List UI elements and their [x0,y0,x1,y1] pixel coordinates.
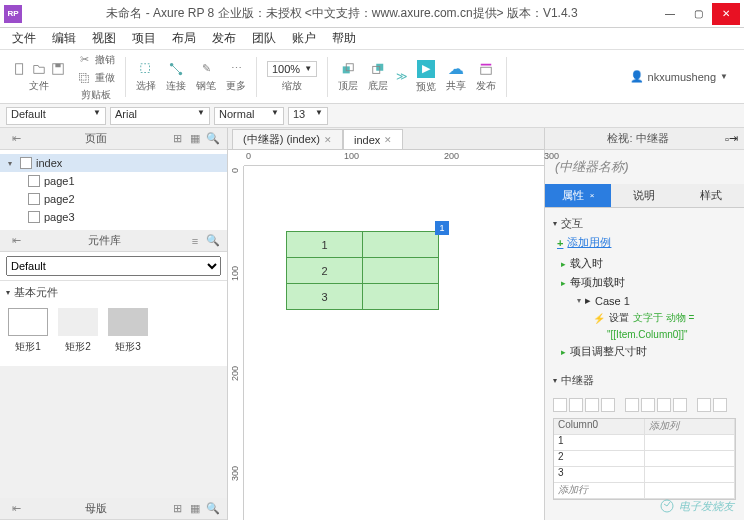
add-folder-icon[interactable]: ▦ [187,131,203,147]
page-icon [28,211,40,223]
tree-node-page1[interactable]: page1 [0,172,227,190]
size-select[interactable]: 13 ▼ [288,107,328,125]
close-button[interactable]: ✕ [712,3,740,25]
ds-btn[interactable] [601,398,615,412]
search-icon[interactable]: 🔍 [205,501,221,517]
chevron-down-icon[interactable]: ▾ [553,219,557,228]
tab-notes[interactable]: 说明 [611,184,677,207]
ds-btn[interactable] [641,398,655,412]
tree-node-page2[interactable]: page2 [0,190,227,208]
toolbar-publish-group[interactable]: 发布 [472,61,500,93]
user-menu[interactable]: 👤 nkxumusheng ▼ [630,70,736,83]
dataset-add-row[interactable]: 添加行 [554,483,645,499]
repeater-cell[interactable] [363,232,439,258]
zoom-input[interactable]: 100%▼ [267,61,317,77]
menu-publish[interactable]: 发布 [206,28,242,49]
menu-layout[interactable]: 布局 [166,28,202,49]
toolbar-bottom-group[interactable]: 底层 [364,61,392,93]
dataset-add-col[interactable]: 添加列 [645,419,736,435]
close-icon[interactable]: ✕ [384,135,392,145]
add-page-icon[interactable]: ⊞ [169,131,185,147]
repeater-cell[interactable] [363,258,439,284]
menu-team[interactable]: 团队 [246,28,282,49]
redo-button[interactable]: 重做 [95,71,115,85]
repeater-cell[interactable]: 1 [287,232,363,258]
chevron-down-icon[interactable]: ▾ [6,288,10,297]
lib-menu-icon[interactable]: ≡ [187,233,203,249]
panel-collapse-icon[interactable]: ⇤ [8,501,24,517]
shape-rect3[interactable]: 矩形3 [108,308,148,354]
menu-account[interactable]: 账户 [286,28,322,49]
panel-collapse-icon[interactable]: ⇤ [8,131,24,147]
weight-select[interactable]: Normal ▼ [214,107,284,125]
close-icon[interactable]: ✕ [324,135,332,145]
event-onload[interactable]: ▸载入时 [561,254,736,273]
repeater-cell[interactable]: 2 [287,258,363,284]
copy-icon[interactable]: ⿻ [76,70,92,86]
add-case-link[interactable]: +添加用例 [557,235,736,250]
tree-node-index[interactable]: ▾ index [0,154,227,172]
dataset-col-header[interactable]: Column0 [554,419,645,435]
font-select[interactable]: Arial ▼ [110,107,210,125]
ds-btn[interactable] [657,398,671,412]
shape-rect2[interactable]: 矩形2 [58,308,98,354]
undo-button[interactable]: 撤销 [95,53,115,67]
menu-view[interactable]: 视图 [86,28,122,49]
event-onitemload[interactable]: ▸每项加载时 [561,273,736,292]
ds-btn[interactable] [553,398,567,412]
canvas[interactable]: 1 1 2 3 [244,166,544,520]
tree-expand-icon[interactable]: ▾ [8,159,16,168]
toolbar-next-icon[interactable]: ≫ [394,69,410,85]
ds-btn[interactable] [625,398,639,412]
toolbar-connect-group[interactable]: 连接 [162,61,190,93]
maximize-button[interactable]: ▢ [684,3,712,25]
cut-icon[interactable]: ✂ [76,52,92,68]
menu-edit[interactable]: 编辑 [46,28,82,49]
case-1[interactable]: ▾▸Case 1 [577,292,736,309]
dataset-cell[interactable]: 2 [554,451,645,467]
tab-style[interactable]: 样式 [678,184,744,207]
style-select[interactable]: Default ▼ [6,107,106,125]
tree-expand-icon[interactable]: ▾ [577,296,581,305]
ruler-vertical: 0 100 200 300 [228,166,244,520]
new-icon[interactable] [12,61,28,77]
add-folder-icon[interactable]: ▦ [187,501,203,517]
ds-btn[interactable] [713,398,727,412]
library-select[interactable]: Default [6,256,221,276]
open-icon[interactable] [31,61,47,77]
dataset-cell[interactable]: 1 [554,435,645,451]
shape-rect1[interactable]: 矩形1 [8,308,48,354]
minimize-button[interactable]: — [656,3,684,25]
toolbar-select-group[interactable]: 选择 [132,61,160,93]
menu-project[interactable]: 项目 [126,28,162,49]
ds-btn[interactable] [569,398,583,412]
search-icon[interactable]: 🔍 [205,233,221,249]
action-set-text[interactable]: ⚡ 设置 文字于 动物 = [593,309,736,327]
repeater-widget[interactable]: 1 1 2 3 [286,231,439,310]
dataset-cell[interactable]: 3 [554,467,645,483]
tab-repeater[interactable]: (中继器) (index)✕ [232,129,343,149]
panel-collapse-icon[interactable]: ⇤ [8,233,24,249]
ds-btn[interactable] [673,398,687,412]
toolbar-preview-group[interactable]: ▶ 预览 [412,60,440,94]
search-icon[interactable]: 🔍 [205,131,221,147]
toolbar-top-group[interactable]: 顶层 [334,61,362,93]
repeater-cell[interactable]: 3 [287,284,363,310]
menu-file[interactable]: 文件 [6,28,42,49]
ds-btn[interactable] [585,398,599,412]
panel-collapse-icon[interactable]: ⇥ [729,132,738,145]
repeater-cell[interactable] [363,284,439,310]
menu-help[interactable]: 帮助 [326,28,362,49]
tab-index[interactable]: index✕ [343,129,403,149]
tree-node-page3[interactable]: page3 [0,208,227,226]
event-onresize[interactable]: ▸项目调整尺寸时 [561,342,736,361]
add-master-icon[interactable]: ⊞ [169,501,185,517]
toolbar-pen-group[interactable]: ✎ 钢笔 [192,61,220,93]
chevron-down-icon[interactable]: ▾ [553,376,557,385]
toolbar-share-group[interactable]: ☁ 共享 [442,61,470,93]
save-icon[interactable] [50,61,66,77]
tab-properties[interactable]: 属性× [545,184,611,207]
ds-btn[interactable] [697,398,711,412]
toolbar-more-group[interactable]: ⋯ 更多 [222,61,250,93]
widget-name-input[interactable]: (中继器名称) [545,150,744,184]
